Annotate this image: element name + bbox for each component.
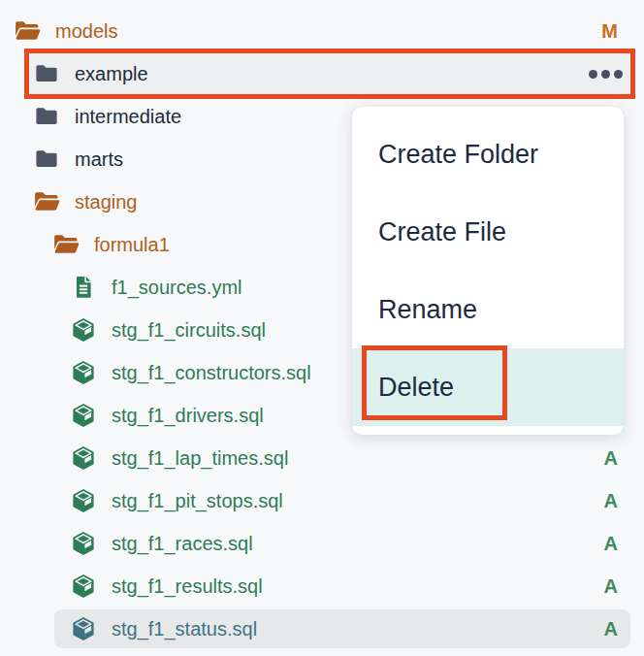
model-cube-icon: [70, 316, 97, 344]
tree-item-label: stg_f1_results.sql: [112, 575, 263, 598]
git-status-badge-added: A: [604, 447, 618, 470]
folder-open-icon: [52, 231, 80, 258]
git-status-badge-added: A: [604, 575, 618, 598]
menu-item-delete[interactable]: Delete: [352, 348, 624, 426]
git-status-badge-added: A: [604, 533, 618, 555]
tree-item-label: stg_f1_drivers.sql: [112, 405, 264, 427]
tree-row-example[interactable]: example: [0, 52, 644, 95]
tree-item-label: stg_f1_pit_stops.sql: [112, 490, 283, 512]
git-status-badge-added: A: [604, 490, 618, 512]
folder-closed-icon: [33, 146, 60, 173]
tree-row-stg-f1-races[interactable]: stg_f1_races.sql A: [0, 522, 644, 565]
menu-item-rename[interactable]: Rename: [352, 271, 624, 348]
tree-item-label: stg_f1_lap_times.sql: [112, 447, 288, 470]
folder-closed-icon: [33, 103, 60, 130]
git-status-badge-modified: M: [601, 20, 618, 43]
tree-item-label: stg_f1_status.sql: [112, 618, 257, 640]
tree-item-label: stg_f1_circuits.sql: [112, 319, 266, 342]
tree-item-label: models: [55, 20, 117, 43]
tree-row-stg-f1-results[interactable]: stg_f1_results.sql A: [0, 565, 644, 607]
model-cube-icon: [70, 359, 97, 386]
model-cube-icon: [70, 573, 97, 600]
tree-item-label: staging: [75, 191, 138, 213]
model-cube-icon: [70, 444, 97, 472]
context-menu: Create Folder Create File Rename Delete: [352, 107, 624, 435]
menu-item-create-folder[interactable]: Create Folder: [352, 115, 624, 193]
tree-item-label: stg_f1_races.sql: [112, 533, 253, 555]
folder-open-icon: [33, 188, 60, 215]
tree-item-label: stg_f1_constructors.sql: [112, 362, 311, 384]
tree-item-label: marts: [75, 148, 123, 171]
tree-item-label: formula1: [94, 234, 170, 256]
git-status-badge-added: A: [604, 618, 618, 640]
model-cube-icon: [70, 615, 97, 642]
tree-item-label: example: [75, 63, 148, 85]
tree-item-label: f1_sources.yml: [112, 277, 242, 299]
model-cube-icon: [70, 530, 97, 557]
tree-row-stg-f1-lap-times[interactable]: stg_f1_lap_times.sql A: [0, 437, 644, 479]
tree-row-models[interactable]: models M: [0, 10, 644, 52]
folder-closed-icon: [33, 60, 60, 87]
tree-row-stg-f1-status[interactable]: stg_f1_status.sql A: [0, 607, 644, 650]
tree-item-label: intermediate: [75, 106, 181, 128]
document-icon: [70, 274, 97, 301]
menu-item-create-file[interactable]: Create File: [352, 193, 624, 271]
ellipsis-icon[interactable]: [589, 70, 623, 79]
model-cube-icon: [70, 402, 97, 429]
model-cube-icon: [70, 487, 97, 514]
tree-row-stg-f1-pit-stops[interactable]: stg_f1_pit_stops.sql A: [0, 479, 644, 522]
folder-open-icon: [14, 17, 41, 45]
